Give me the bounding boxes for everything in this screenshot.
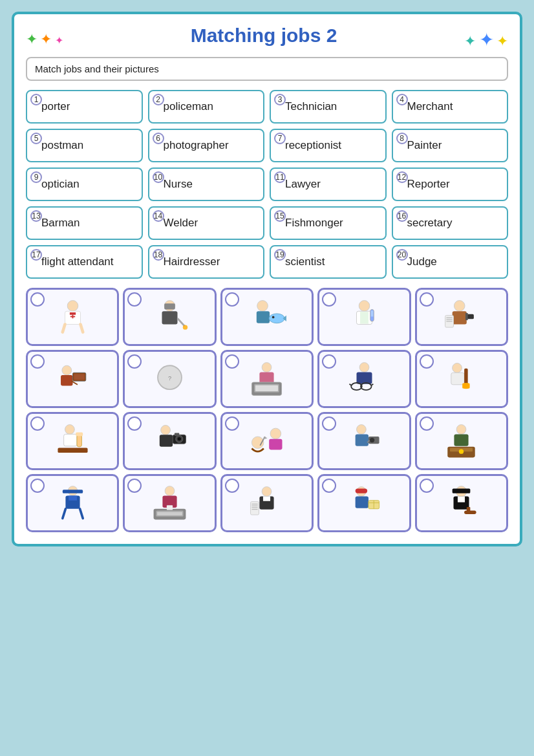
svg-rect-89 [167,505,173,510]
image-card[interactable] [26,350,119,408]
word-number: 18 [153,249,164,261]
image-card[interactable] [123,474,216,532]
image-card[interactable] [220,412,314,470]
svg-point-49 [453,363,462,373]
job-image-postman [341,482,387,524]
svg-line-82 [62,509,65,519]
svg-rect-21 [371,310,374,316]
word-cell: 11 Lawyer [270,167,387,201]
job-image-reporter [439,296,484,338]
svg-point-90 [262,487,272,497]
image-card[interactable] [415,412,508,470]
svg-point-64 [271,428,282,439]
image-card[interactable] [123,412,216,470]
word-label: Hairdresser [161,255,220,268]
image-card[interactable] [220,288,314,346]
svg-rect-25 [465,313,468,320]
answer-circle [420,292,434,307]
image-card[interactable] [220,474,314,532]
svg-rect-31 [61,375,72,386]
image-card[interactable] [415,350,508,408]
word-label: photographer [161,139,229,152]
svg-line-5 [62,325,65,332]
job-image-judge [439,482,484,524]
svg-rect-55 [77,435,81,446]
word-label: policeman [161,100,214,113]
svg-point-14 [270,314,285,323]
job-image-receptionist [147,482,193,524]
answer-circle [225,292,239,307]
image-card[interactable] [317,288,411,346]
image-card[interactable]: ? [123,350,216,408]
svg-point-71 [370,438,374,442]
answer-circle [420,479,434,493]
svg-point-12 [257,301,268,312]
image-card[interactable] [26,474,119,532]
answer-circle [420,416,434,431]
word-cell: 15 Fishmonger [270,206,387,240]
word-number: 16 [396,210,408,222]
star-green: ✦ [26,31,37,47]
svg-rect-109 [467,507,471,512]
svg-rect-57 [58,448,87,453]
word-cell: 5 postman [26,129,143,162]
job-image-optician [341,358,387,400]
answer-circle [322,354,336,369]
word-cell: 6 photographer [148,129,265,162]
svg-point-37 [262,363,272,373]
instruction-box: Match jobs and their pictures [26,57,508,81]
star-orange: ✦ [40,31,52,47]
word-number: 4 [396,94,408,105]
answer-circle [225,416,239,431]
answer-circle [225,479,239,493]
svg-rect-65 [270,439,283,450]
word-cell: 4 Merchant [392,90,509,124]
job-image-nurse [50,296,95,338]
image-card[interactable] [123,288,216,346]
word-cell: 17 flight attendant [26,245,143,279]
answer-circle [225,354,239,369]
job-image-hairdresser [244,420,290,462]
word-label: Welder [161,217,198,230]
image-card[interactable] [317,474,411,532]
word-cell: 13 Barman [26,206,143,240]
svg-point-68 [356,425,366,435]
svg-rect-93 [251,502,259,515]
word-number: 19 [274,249,286,261]
answer-circle [322,292,336,307]
word-number: 3 [274,94,286,105]
image-card[interactable] [220,350,314,408]
svg-rect-63 [175,433,179,437]
svg-point-30 [62,365,72,375]
instruction-text: Match jobs and their pictures [35,63,159,74]
svg-rect-100 [356,496,368,508]
word-cell: 14 Welder [148,206,265,240]
svg-point-84 [165,486,175,496]
word-label: Lawyer [283,178,321,191]
job-image-welder [147,296,193,338]
stars-decoration: ✦ ✦ ✦ Matching jobs 2 ✦ ✦ ✦ [26,25,508,54]
word-label: scientist [283,255,325,268]
image-card[interactable] [415,474,508,532]
answer-circle [127,292,142,307]
answer-circle [30,416,45,431]
image-card[interactable] [317,350,411,408]
word-cell: 10 Nurse [148,167,265,201]
job-image-fishmonger [244,296,290,338]
word-cell: 8 Painter [392,129,509,162]
answer-circle [127,354,142,369]
word-label: Merchant [405,100,453,113]
answer-circle [30,479,45,493]
svg-rect-105 [453,488,471,493]
star-group-right: ✦ ✦ ✦ [464,29,508,50]
svg-point-53 [65,425,74,435]
image-card[interactable] [26,412,119,470]
svg-rect-74 [454,434,469,446]
job-image-secretary [244,358,290,400]
image-card[interactable] [415,288,508,346]
image-card[interactable] [317,412,411,470]
word-number: 7 [274,133,286,144]
image-card[interactable] [26,288,119,346]
svg-line-10 [178,318,185,326]
answer-circle [127,416,142,431]
